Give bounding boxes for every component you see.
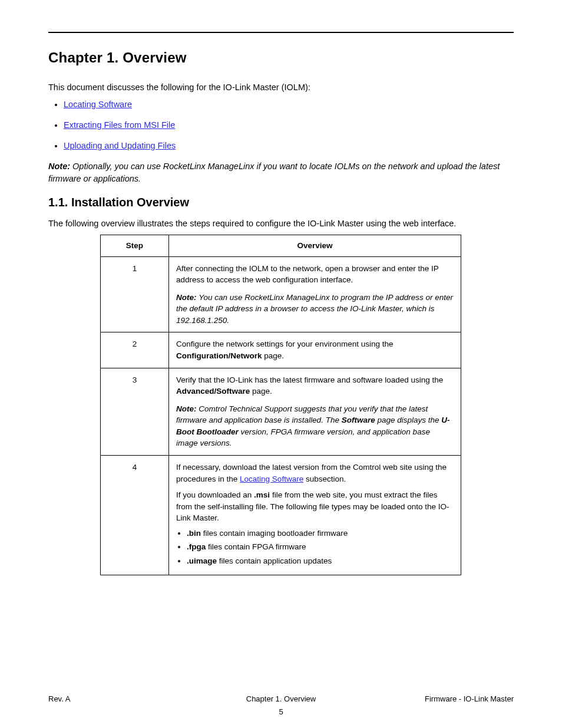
section-lead-wrap: The following overview illustrates the s…	[48, 218, 514, 230]
cell-overview: After connecting the IOLM to the network…	[169, 256, 461, 332]
note-label: Note:	[176, 293, 199, 302]
file-type-list: .bin files contain imaging bootloader fi…	[176, 528, 454, 567]
file-ext: .bin	[187, 529, 201, 538]
th-overview: Overview	[169, 235, 461, 257]
file-desc: files contain imaging bootloader firmwar…	[203, 529, 348, 538]
list-item: .fpga files contain FPGA firmware	[187, 541, 454, 553]
row-tail: subsection.	[303, 475, 346, 483]
intro-paragraph: This document discusses the following fo…	[48, 81, 514, 94]
list-item: .uimage files contain application update…	[187, 555, 454, 567]
bullet-item: Extracting Files from MSI File	[64, 119, 514, 131]
note-text: Optionally, you can use RocketLinx Manag…	[48, 162, 500, 183]
footer-chapter: Chapter 1. Overview	[48, 694, 514, 703]
row-note: Note: Comtrol Technical Support suggests…	[176, 403, 454, 449]
table-row: 3 Verify that the IO-Link has the latest…	[101, 368, 461, 455]
table-row: 1 After connecting the IOLM to the netwo…	[101, 256, 461, 332]
cell-step: 1	[101, 256, 169, 332]
file-ext: .fpga	[187, 542, 206, 551]
row-main-text: Verify that the IO-Link has the latest f…	[176, 375, 443, 384]
link-locating-software-inline[interactable]: Locating Software	[240, 475, 303, 483]
row-main-text: After connecting the IOLM to the network…	[176, 264, 439, 285]
overview-table-wrap: Step Overview 1 After connecting the IOL…	[100, 235, 514, 575]
row-note-intro: If you downloaded an	[176, 490, 254, 499]
overview-table: Step Overview 1 After connecting the IOL…	[100, 235, 461, 575]
cell-step: 4	[101, 455, 169, 575]
row-note-bold: Software	[342, 416, 375, 424]
row-tail: page.	[250, 387, 272, 396]
cell-overview: Configure the network settings for your …	[169, 332, 461, 368]
page-footer: Rev. A Firmware - IO-Link Master Chapter…	[48, 694, 514, 703]
table-row: 2 Configure the network settings for you…	[101, 332, 461, 368]
section-heading: 1.1. Installation Overview	[48, 196, 514, 209]
row-subtext: If you downloaded an .msi file from the …	[176, 489, 454, 524]
note-label: Note:	[176, 404, 199, 413]
footer-page-number: 5	[48, 707, 514, 716]
list-item: .bin files contain imaging bootloader fi…	[187, 528, 454, 539]
file-desc: files contain application updates	[219, 556, 332, 565]
page-title: Chapter 1. Overview	[48, 50, 514, 66]
intro-block: This document discusses the following fo…	[48, 81, 514, 185]
cell-overview: If necessary, download the latest versio…	[169, 455, 461, 575]
file-ext: .msi	[254, 490, 270, 499]
page: Chapter 1. Overview This document discus…	[0, 0, 562, 728]
bullet-item: Uploading and Updating Files	[64, 140, 514, 152]
table-header-row: Step Overview	[101, 235, 461, 257]
row-note: Note: You can use RocketLinx ManageLinx …	[176, 292, 454, 327]
row-tail: page.	[262, 351, 285, 360]
row-bold: Advanced/Software	[176, 387, 250, 396]
file-ext: .uimage	[187, 556, 217, 565]
row-note-mid: page displays the	[375, 416, 442, 424]
cell-overview: Verify that the IO-Link has the latest f…	[169, 368, 461, 455]
cell-step: 2	[101, 332, 169, 368]
link-extracting-files[interactable]: Extracting Files from MSI File	[64, 120, 175, 130]
section-lead: The following overview illustrates the s…	[48, 218, 514, 230]
th-step: Step	[101, 235, 169, 257]
running-head	[48, 20, 514, 28]
intro-bullet-list: Locating Software Extracting Files from …	[48, 98, 514, 152]
intro-note: Note: Optionally, you can use RocketLinx…	[48, 160, 514, 185]
bullet-item: Locating Software	[64, 98, 514, 111]
row-bold: Configuration/Network	[176, 351, 262, 360]
row-note-text: You can use RocketLinx ManageLinx to pro…	[176, 293, 453, 325]
cell-step: 3	[101, 368, 169, 455]
table-row: 4 If necessary, download the latest vers…	[101, 455, 461, 575]
horizontal-rule	[48, 32, 514, 33]
note-label: Note:	[48, 162, 70, 171]
row-main-text: Configure the network settings for your …	[176, 340, 393, 348]
file-desc: files contain FPGA firmware	[208, 542, 306, 551]
link-locating-software[interactable]: Locating Software	[64, 100, 132, 109]
link-uploading-updating[interactable]: Uploading and Updating Files	[64, 141, 176, 150]
